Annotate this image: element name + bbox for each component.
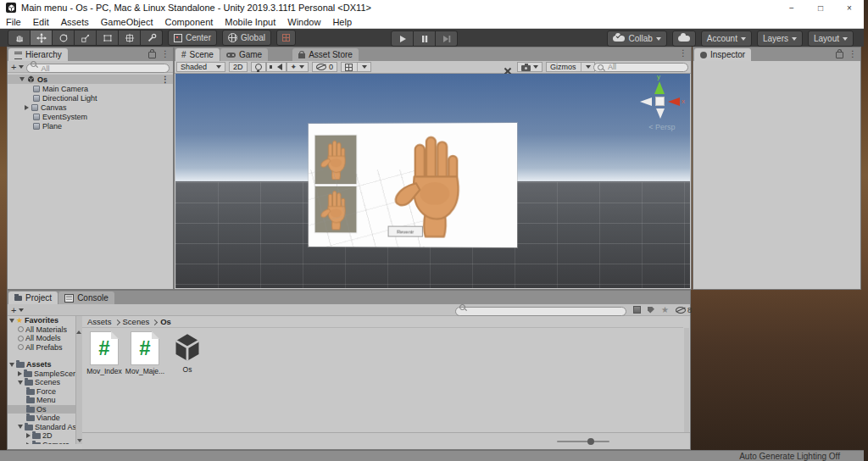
foldout-arrow[interactable] [18, 371, 22, 376]
menu-assets[interactable]: Assets [55, 17, 95, 27]
rotate-tool-button[interactable] [53, 30, 75, 46]
pause-button[interactable] [414, 31, 436, 47]
asset-os-scene[interactable]: Os [165, 331, 209, 374]
camera-settings-button[interactable] [517, 62, 542, 72]
tree-scrollbar[interactable] [75, 316, 82, 444]
axis-x-cone[interactable] [668, 97, 680, 106]
menu-file[interactable]: File [0, 17, 27, 27]
menu-edit[interactable]: Edit [27, 17, 55, 27]
thumbnail-zoom-slider[interactable] [557, 441, 609, 442]
tree-os[interactable]: Os [8, 405, 75, 414]
layout-button[interactable]: Layout [808, 31, 854, 47]
scroll-up-arrow[interactable] [76, 316, 81, 334]
project-search-input[interactable] [455, 307, 626, 316]
lighting-status-text[interactable]: Auto Generate Lighting Off [739, 452, 840, 461]
audio-toggle-button[interactable] [266, 62, 287, 72]
scene-search-input[interactable] [593, 63, 688, 72]
rect-tool-button[interactable] [97, 30, 119, 46]
close-button[interactable]: × [835, 0, 864, 15]
hierarchy-item-plane[interactable]: Plane [8, 121, 173, 131]
hierarchy-item-main-camera[interactable]: Main Camera [8, 84, 173, 93]
custom-tool-button[interactable] [141, 30, 163, 46]
tree-all-prefabs[interactable]: All Prefabs [8, 343, 75, 353]
create-asset-button[interactable] [11, 306, 16, 314]
foldout-arrow[interactable] [19, 77, 25, 81]
tree-standard-assets[interactable]: Standard Assets [8, 423, 75, 432]
breadcrumb-scenes[interactable]: Scenes [123, 317, 150, 326]
axis-cone-left[interactable] [640, 97, 652, 106]
tree-menu[interactable]: Menu [8, 396, 75, 405]
lock-icon[interactable] [148, 52, 156, 58]
tab-game[interactable]: Game [220, 48, 268, 61]
breadcrumb-assets[interactable]: Assets [87, 317, 112, 326]
grid-visibility-button[interactable] [341, 62, 371, 72]
content-scrollbar[interactable] [684, 328, 689, 433]
tree-camera[interactable]: Camera [8, 441, 75, 445]
chevron-down-icon[interactable] [19, 65, 24, 69]
tree-all-models[interactable]: All Models [8, 334, 75, 343]
tree-2d[interactable]: 2D [8, 431, 75, 441]
tree-favorites[interactable]: Favorites [8, 316, 75, 325]
search-by-label-icon[interactable] [648, 307, 654, 314]
lighting-toggle-button[interactable] [251, 62, 266, 72]
shading-mode-dropdown[interactable]: Shaded [176, 62, 225, 72]
grid-snap-button[interactable] [276, 30, 296, 46]
asset-mov-maje[interactable]: # Mov_Maje... [123, 331, 167, 375]
menu-window[interactable]: Window [281, 17, 326, 27]
perspective-label[interactable]: < Persp [632, 123, 690, 131]
tab-scene[interactable]: Scene [175, 48, 220, 61]
axis-y-cone[interactable] [654, 81, 665, 94]
tab-inspector[interactable]: Inspector [694, 48, 751, 61]
slider-knob[interactable] [587, 438, 594, 445]
tab-project[interactable]: Project [8, 292, 58, 304]
lock-icon[interactable] [836, 52, 843, 58]
tree-scenes[interactable]: Scenes [8, 378, 75, 387]
chevron-down-icon[interactable] [19, 308, 24, 312]
axis-cone-down[interactable] [656, 108, 665, 119]
scene-visibility-button[interactable]: 0 [312, 62, 337, 72]
pivot-toggle-button[interactable]: Center [168, 30, 217, 46]
search-by-type-icon[interactable] [633, 306, 641, 314]
menu-component[interactable]: Component [159, 17, 219, 27]
kebab-menu-icon[interactable] [679, 49, 687, 58]
asset-mov-index[interactable]: # Mov_Index [82, 331, 126, 375]
hierarchy-search-input[interactable] [26, 64, 170, 73]
foldout-arrow[interactable] [26, 442, 31, 444]
move-tool-button[interactable] [31, 30, 53, 46]
hierarchy-item-canvas[interactable]: Canvas [8, 103, 173, 112]
gizmo-center-cube[interactable] [655, 97, 665, 106]
scale-tool-button[interactable] [75, 30, 97, 46]
cloud-services-button[interactable] [672, 31, 696, 47]
tab-asset-store[interactable]: Asset Store [292, 48, 359, 61]
account-button[interactable]: Account [701, 31, 752, 47]
hierarchy-item-directional-light[interactable]: Directional Light [8, 93, 173, 103]
hierarchy-item-eventsystem[interactable]: EventSystem [8, 112, 173, 121]
hierarchy-scene-row[interactable]: Os [8, 75, 173, 84]
menu-help[interactable]: Help [326, 17, 358, 27]
kebab-menu-icon[interactable] [161, 50, 170, 58]
foldout-arrow[interactable] [25, 105, 29, 110]
tree-force[interactable]: Force [8, 387, 75, 397]
step-button[interactable] [436, 31, 458, 47]
tree-all-materials[interactable]: All Materials [8, 325, 75, 335]
scene-viewport[interactable]: Revenir y x < Persp [175, 74, 690, 288]
kebab-menu-icon[interactable] [849, 50, 857, 58]
space-toggle-button[interactable]: Global [222, 30, 271, 46]
gizmos-dropdown[interactable]: Gizmos [546, 62, 595, 72]
tree-viande[interactable]: Viande [8, 414, 75, 423]
layers-button[interactable]: Layers [757, 31, 803, 47]
collab-button[interactable]: Collab [607, 31, 666, 47]
hidden-packages-toggle[interactable]: 8 [676, 306, 692, 314]
foldout-arrow[interactable] [9, 363, 14, 367]
breadcrumb-os[interactable]: Os [160, 317, 171, 326]
maximize-button[interactable]: □ [806, 0, 835, 15]
foldout-arrow[interactable] [18, 425, 23, 429]
project-content-area[interactable]: # Mov_Index # Mov_Maje... Os [82, 328, 683, 433]
effects-dropdown-button[interactable] [287, 62, 309, 72]
foldout-arrow[interactable] [9, 319, 14, 323]
foldout-arrow[interactable] [26, 433, 31, 438]
transform-combined-tool-button[interactable] [119, 30, 141, 46]
kebab-menu-icon[interactable] [161, 75, 170, 84]
tree-assets[interactable]: Assets [8, 360, 75, 369]
minimize-button[interactable]: − [777, 0, 806, 15]
